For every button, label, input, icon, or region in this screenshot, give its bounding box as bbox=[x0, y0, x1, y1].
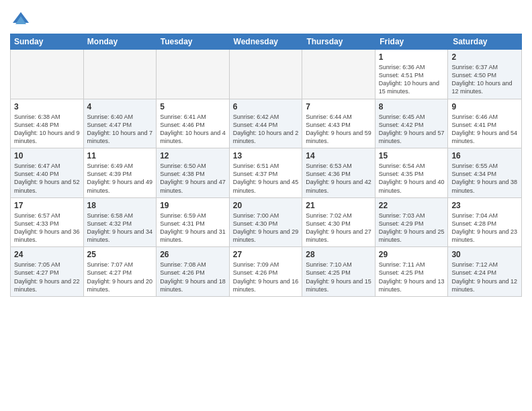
day-cell-10: 10Sunrise: 6:47 AM Sunset: 4:40 PM Dayli… bbox=[11, 148, 84, 197]
calendar-body-outer: 1Sunrise: 6:36 AM Sunset: 4:51 PM Daylig… bbox=[10, 50, 522, 297]
day-cell-21: 21Sunrise: 7:02 AM Sunset: 4:30 PM Dayli… bbox=[302, 198, 375, 247]
day-number: 27 bbox=[233, 250, 299, 259]
day-info: Sunrise: 7:00 AM Sunset: 4:30 PM Dayligh… bbox=[233, 212, 299, 244]
day-info: Sunrise: 7:03 AM Sunset: 4:29 PM Dayligh… bbox=[379, 212, 445, 244]
day-number: 18 bbox=[87, 201, 153, 210]
day-number: 1 bbox=[379, 52, 445, 62]
header-day-monday: Monday bbox=[83, 34, 157, 50]
day-cell-26: 26Sunrise: 7:08 AM Sunset: 4:26 PM Dayli… bbox=[157, 247, 230, 296]
day-cell-30: 30Sunrise: 7:12 AM Sunset: 4:24 PM Dayli… bbox=[448, 247, 521, 296]
day-cell-25: 25Sunrise: 7:07 AM Sunset: 4:27 PM Dayli… bbox=[84, 247, 157, 296]
header-day-wednesday: Wednesday bbox=[230, 34, 303, 50]
day-cell-16: 16Sunrise: 6:55 AM Sunset: 4:34 PM Dayli… bbox=[448, 148, 521, 197]
calendar: SundayMondayTuesdayWednesdayThursdayFrid… bbox=[10, 34, 522, 404]
day-info: Sunrise: 6:47 AM Sunset: 4:40 PM Dayligh… bbox=[14, 162, 80, 195]
day-number: 11 bbox=[87, 151, 153, 161]
empty-cell bbox=[230, 50, 303, 99]
day-info: Sunrise: 7:05 AM Sunset: 4:27 PM Dayligh… bbox=[14, 261, 80, 293]
day-number: 16 bbox=[451, 151, 518, 161]
day-cell-7: 7Sunrise: 6:44 AM Sunset: 4:43 PM Daylig… bbox=[302, 99, 375, 148]
day-info: Sunrise: 6:51 AM Sunset: 4:37 PM Dayligh… bbox=[233, 162, 299, 195]
day-number: 6 bbox=[233, 102, 299, 111]
day-number: 20 bbox=[233, 201, 299, 210]
calendar-header: SundayMondayTuesdayWednesdayThursdayFrid… bbox=[10, 34, 522, 50]
day-number: 29 bbox=[379, 250, 445, 259]
empty-cell bbox=[11, 50, 84, 99]
day-cell-11: 11Sunrise: 6:49 AM Sunset: 4:39 PM Dayli… bbox=[84, 148, 157, 197]
calendar-row-2: 10Sunrise: 6:47 AM Sunset: 4:40 PM Dayli… bbox=[11, 148, 521, 198]
day-info: Sunrise: 7:09 AM Sunset: 4:26 PM Dayligh… bbox=[233, 261, 299, 293]
day-info: Sunrise: 6:57 AM Sunset: 4:33 PM Dayligh… bbox=[14, 212, 80, 244]
logo bbox=[10, 9, 30, 28]
day-info: Sunrise: 7:08 AM Sunset: 4:26 PM Dayligh… bbox=[160, 261, 226, 293]
day-cell-9: 9Sunrise: 6:46 AM Sunset: 4:41 PM Daylig… bbox=[448, 99, 521, 148]
day-number: 24 bbox=[14, 250, 80, 259]
day-number: 14 bbox=[306, 151, 371, 161]
day-number: 22 bbox=[379, 201, 445, 210]
day-cell-20: 20Sunrise: 7:00 AM Sunset: 4:30 PM Dayli… bbox=[230, 198, 303, 247]
day-info: Sunrise: 6:38 AM Sunset: 4:48 PM Dayligh… bbox=[14, 113, 80, 146]
day-number: 13 bbox=[233, 151, 299, 161]
day-number: 10 bbox=[14, 151, 80, 161]
header-day-thursday: Thursday bbox=[302, 34, 375, 50]
day-number: 9 bbox=[451, 102, 518, 111]
day-cell-12: 12Sunrise: 6:50 AM Sunset: 4:38 PM Dayli… bbox=[157, 148, 230, 197]
day-number: 17 bbox=[14, 201, 80, 210]
day-cell-3: 3Sunrise: 6:38 AM Sunset: 4:48 PM Daylig… bbox=[11, 99, 84, 148]
day-info: Sunrise: 6:59 AM Sunset: 4:31 PM Dayligh… bbox=[160, 212, 226, 244]
day-info: Sunrise: 6:44 AM Sunset: 4:43 PM Dayligh… bbox=[306, 113, 371, 146]
day-info: Sunrise: 6:41 AM Sunset: 4:46 PM Dayligh… bbox=[160, 113, 226, 146]
day-cell-22: 22Sunrise: 7:03 AM Sunset: 4:29 PM Dayli… bbox=[375, 198, 449, 247]
day-number: 21 bbox=[306, 201, 371, 210]
day-info: Sunrise: 6:40 AM Sunset: 4:47 PM Dayligh… bbox=[87, 113, 153, 146]
day-info: Sunrise: 7:12 AM Sunset: 4:24 PM Dayligh… bbox=[451, 261, 518, 293]
day-cell-17: 17Sunrise: 6:57 AM Sunset: 4:33 PM Dayli… bbox=[11, 198, 84, 247]
day-number: 3 bbox=[14, 102, 80, 111]
calendar-row-1: 3Sunrise: 6:38 AM Sunset: 4:48 PM Daylig… bbox=[11, 99, 521, 149]
day-number: 8 bbox=[379, 102, 445, 111]
day-info: Sunrise: 6:53 AM Sunset: 4:36 PM Dayligh… bbox=[306, 162, 371, 195]
day-cell-2: 2Sunrise: 6:37 AM Sunset: 4:50 PM Daylig… bbox=[448, 50, 521, 99]
day-number: 30 bbox=[451, 250, 518, 259]
day-cell-4: 4Sunrise: 6:40 AM Sunset: 4:47 PM Daylig… bbox=[84, 99, 157, 148]
day-info: Sunrise: 6:55 AM Sunset: 4:34 PM Dayligh… bbox=[451, 162, 518, 195]
day-number: 4 bbox=[87, 102, 153, 111]
day-cell-29: 29Sunrise: 7:11 AM Sunset: 4:25 PM Dayli… bbox=[375, 247, 449, 296]
day-cell-23: 23Sunrise: 7:04 AM Sunset: 4:28 PM Dayli… bbox=[448, 198, 521, 247]
day-info: Sunrise: 6:54 AM Sunset: 4:35 PM Dayligh… bbox=[379, 162, 445, 195]
day-cell-24: 24Sunrise: 7:05 AM Sunset: 4:27 PM Dayli… bbox=[11, 247, 84, 296]
day-number: 26 bbox=[160, 250, 226, 259]
day-info: Sunrise: 6:36 AM Sunset: 4:51 PM Dayligh… bbox=[379, 63, 445, 96]
logo-icon bbox=[11, 9, 30, 28]
day-cell-19: 19Sunrise: 6:59 AM Sunset: 4:31 PM Dayli… bbox=[157, 198, 230, 247]
day-number: 12 bbox=[160, 151, 226, 161]
day-cell-27: 27Sunrise: 7:09 AM Sunset: 4:26 PM Dayli… bbox=[230, 247, 303, 296]
day-info: Sunrise: 7:04 AM Sunset: 4:28 PM Dayligh… bbox=[451, 212, 518, 244]
header bbox=[10, 7, 522, 28]
empty-cell bbox=[302, 50, 375, 99]
day-cell-15: 15Sunrise: 6:54 AM Sunset: 4:35 PM Dayli… bbox=[375, 148, 449, 197]
day-cell-28: 28Sunrise: 7:10 AM Sunset: 4:25 PM Dayli… bbox=[302, 247, 375, 296]
day-info: Sunrise: 7:10 AM Sunset: 4:25 PM Dayligh… bbox=[306, 261, 371, 293]
calendar-body: 1Sunrise: 6:36 AM Sunset: 4:51 PM Daylig… bbox=[11, 50, 521, 296]
day-cell-8: 8Sunrise: 6:45 AM Sunset: 4:42 PM Daylig… bbox=[375, 99, 449, 148]
header-day-friday: Friday bbox=[375, 34, 449, 50]
day-info: Sunrise: 7:02 AM Sunset: 4:30 PM Dayligh… bbox=[306, 212, 371, 244]
day-cell-1: 1Sunrise: 6:36 AM Sunset: 4:51 PM Daylig… bbox=[375, 50, 449, 99]
header-day-saturday: Saturday bbox=[449, 34, 522, 50]
calendar-row-0: 1Sunrise: 6:36 AM Sunset: 4:51 PM Daylig… bbox=[11, 50, 521, 99]
empty-cell bbox=[84, 50, 157, 99]
day-cell-6: 6Sunrise: 6:42 AM Sunset: 4:44 PM Daylig… bbox=[230, 99, 303, 148]
day-number: 15 bbox=[379, 151, 445, 161]
day-info: Sunrise: 6:49 AM Sunset: 4:39 PM Dayligh… bbox=[87, 162, 153, 195]
header-day-sunday: Sunday bbox=[10, 34, 83, 50]
day-info: Sunrise: 6:58 AM Sunset: 4:32 PM Dayligh… bbox=[87, 212, 153, 244]
calendar-row-3: 17Sunrise: 6:57 AM Sunset: 4:33 PM Dayli… bbox=[11, 198, 521, 248]
day-number: 23 bbox=[451, 201, 518, 210]
day-number: 19 bbox=[160, 201, 226, 210]
day-cell-18: 18Sunrise: 6:58 AM Sunset: 4:32 PM Dayli… bbox=[84, 198, 157, 247]
day-info: Sunrise: 7:11 AM Sunset: 4:25 PM Dayligh… bbox=[379, 261, 445, 293]
day-cell-13: 13Sunrise: 6:51 AM Sunset: 4:37 PM Dayli… bbox=[230, 148, 303, 197]
day-cell-5: 5Sunrise: 6:41 AM Sunset: 4:46 PM Daylig… bbox=[157, 99, 230, 148]
day-info: Sunrise: 7:07 AM Sunset: 4:27 PM Dayligh… bbox=[87, 261, 153, 293]
